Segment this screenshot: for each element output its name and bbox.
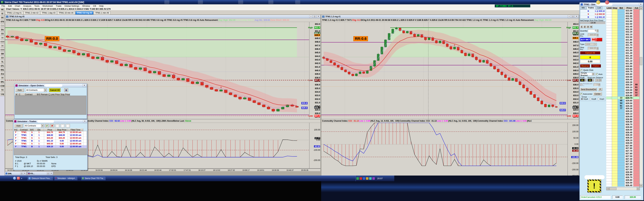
menu-item-edit[interactable]: Edit [6, 5, 13, 7]
tray-icon-5[interactable] [369, 177, 372, 180]
print-icon[interactable]: ▦ [60, 124, 65, 128]
quantity-spinner[interactable]: ▲▼ [596, 29, 598, 32]
column-header-bs[interactable]: B/S [36, 93, 41, 96]
close-button[interactable]: ✕ [50, 172, 53, 175]
trade-row[interactable]: FTFM1B1846.00846.0012:00:00 am [14, 134, 87, 137]
close-button[interactable]: ✕ [83, 120, 87, 123]
column-header-contract[interactable]: Contract [18, 129, 30, 131]
profit-spinner[interactable]: ▲▼ [584, 79, 586, 82]
tool-button-[interactable]: >><< [0, 48, 5, 52]
tool-button-rhl[interactable]: RHL [0, 68, 5, 72]
p-button[interactable]: P [598, 88, 602, 91]
ladder-row-828.00[interactable]: 828.00 [606, 142, 640, 144]
ladder-column-bid[interactable]: Bid [618, 7, 625, 9]
minimized-window-fd[interactable]: FD...▢✕ [27, 172, 53, 175]
ladder-row-826.40[interactable]: 826.40 [606, 184, 640, 187]
dom-title-bar[interactable]: TFM1 - Sim✕ [580, 3, 643, 6]
reverse-button[interactable]: Reverse [580, 64, 590, 67]
scroll-thumb[interactable] [610, 188, 616, 190]
tool-button-sw[interactable]: SW [0, 52, 5, 56]
ladder-column-stop[interactable]: Stop [612, 7, 618, 9]
tool-button-oc[interactable]: OC [0, 16, 5, 19]
ladder-row-827.90[interactable]: 827.90 [606, 144, 640, 147]
cancel-all-button[interactable]: Cancel All [580, 51, 600, 54]
restore-button[interactable]: ▢ [20, 172, 23, 175]
price-pane[interactable]: RR:0.6830.8828.9853.0852.0851.0850.0849.… [321, 22, 579, 119]
ladder-row-829.70[interactable]: 13829.70 [606, 97, 640, 99]
ladder-row-828.90[interactable]: 828.90 [606, 118, 640, 121]
column-header-m[interactable]: M [15, 93, 18, 96]
menu-item-file[interactable]: File [0, 5, 6, 7]
qty-preset-3[interactable]: 3 [586, 25, 589, 28]
open-orders-title-bar[interactable]: Simulator - Open Orders✕ [14, 84, 87, 87]
restore-button[interactable]: ▢ [571, 15, 574, 18]
tray-icon-3[interactable] [363, 177, 365, 180]
ladder-row-826.50[interactable]: 826.50 [606, 182, 640, 184]
ladder-row-830.70[interactable]: 830.70 [606, 70, 640, 73]
quantity-input[interactable]: 0 [588, 29, 596, 32]
ladder-row-828.10[interactable]: 828.10 [606, 139, 640, 142]
menu-item-trade[interactable]: Trade [54, 5, 63, 7]
tool-button-[interactable]: <> [0, 36, 5, 40]
ladder-row-826.80[interactable]: 826.80 [606, 173, 640, 176]
auto-button[interactable]: Auto [15, 88, 24, 92]
ladder-row-827.10[interactable]: 827.10 [606, 166, 640, 168]
dom-tab-trades[interactable]: Trades [586, 6, 596, 9]
dom-tab-mkt[interactable]: Mkt [580, 6, 586, 9]
tool-button-[interactable]: >< [0, 44, 5, 48]
ladder-column-limit[interactable]: Limit [606, 7, 612, 9]
scroll-thumb[interactable] [640, 57, 642, 65]
ladder-row-830.00[interactable]: 830.0062 [606, 89, 640, 91]
center-button[interactable]: Center [593, 92, 602, 95]
tool-button-arw[interactable]: Arw [0, 72, 5, 76]
ladder-row-827.50[interactable]: 827.50 [606, 155, 640, 158]
ladder-row-832.30[interactable]: 832.30 [606, 28, 640, 31]
price-scale[interactable]: 853.0852.0851.0850.0849.0848.0847.0846.0… [309, 22, 320, 119]
ladder-row-828.60[interactable]: 828.60 [606, 126, 640, 129]
ladder-row-832.80[interactable]: 832.80 [606, 15, 640, 17]
ladder-row-830.50[interactable]: 830.50 [606, 76, 640, 78]
ladder-row-830.10[interactable]: 830.1061 [606, 86, 640, 89]
menu-item-tools[interactable]: Tools [33, 5, 41, 7]
ladder-row-828.30[interactable]: 828.30 [606, 134, 640, 136]
group-radio-grpb[interactable]: GrpB [589, 98, 596, 100]
tab-tfm1-15-min-4[interactable]: TFM1 15 min #4 [57, 11, 75, 14]
ladder-row-829.50[interactable]: 54829.50 [606, 102, 640, 105]
tool-button-[interactable]: <<>> [0, 40, 5, 44]
tray-icon-1[interactable] [356, 177, 359, 180]
taskbar-button-2[interactable]: Simulator - InfinityA... [54, 176, 78, 180]
autocenter-checkbox[interactable]: ✔ [580, 93, 582, 95]
column-header-bs[interactable]: B/S [30, 129, 34, 131]
ladder-row-831.00[interactable]: 831.00 [606, 62, 640, 65]
ladder-row-827.80[interactable]: 827.80 [606, 147, 640, 150]
column-header-qty[interactable]: Qty [34, 129, 44, 131]
close-button[interactable]: ✕ [23, 172, 26, 175]
scroll-right-button[interactable]: ► [636, 188, 640, 190]
scroll-up-button[interactable]: ▲ [640, 7, 642, 10]
ladder-row-829.80[interactable]: 829.8037 [606, 94, 640, 97]
sell-market-button[interactable]: SELL MKT [592, 38, 602, 41]
bracket-auto-checkbox[interactable]: ✔ [596, 73, 598, 75]
contracts-select[interactable]: All Contracts▼ [24, 124, 44, 128]
ladder-row-829.10[interactable]: 829.10 [606, 113, 640, 115]
contracts-select[interactable]: All Contracts▼ [25, 88, 47, 92]
chart-title-bar[interactable]: TFM1 1.3 rng #1—▢✕ [321, 15, 579, 18]
ladder-row-831.60[interactable]: 831.60 [606, 46, 640, 49]
ladder-row-831.80[interactable]: 831.80 [606, 41, 640, 44]
ladder-row-827.00[interactable]: 827.00 [606, 168, 640, 171]
tab-tfm1-0-8-rng-5[interactable]: TFM1 0.8 rng #5 [75, 11, 94, 14]
ladder-row-831.40[interactable]: 831.40 [606, 52, 640, 54]
ladder-row-832.00[interactable]: 832.00 [606, 36, 640, 38]
taskbar-button-1[interactable]: Diskuzní fórum Fina... [27, 176, 53, 180]
ladder-row-830.90[interactable]: 830.90 [606, 65, 640, 68]
quicklaunch-icon-1[interactable] [13, 177, 16, 180]
ladder-row-827.40[interactable]: 827.40 [606, 158, 640, 160]
ladder-row-827.20[interactable]: 827.20 [606, 163, 640, 166]
close-button[interactable]: ✕ [82, 84, 86, 87]
ladder-row-826.70[interactable]: 826.70 [606, 176, 640, 179]
ladder-row-828.80[interactable]: 828.80 [606, 120, 640, 123]
menu-item-help[interactable]: Help [98, 5, 105, 7]
ladder-row-831.30[interactable]: 831.30 [606, 54, 640, 57]
limit-price-spinner[interactable]: ▲▼ [596, 34, 598, 36]
confirm-fill-icon[interactable]: ✔ [45, 124, 49, 128]
